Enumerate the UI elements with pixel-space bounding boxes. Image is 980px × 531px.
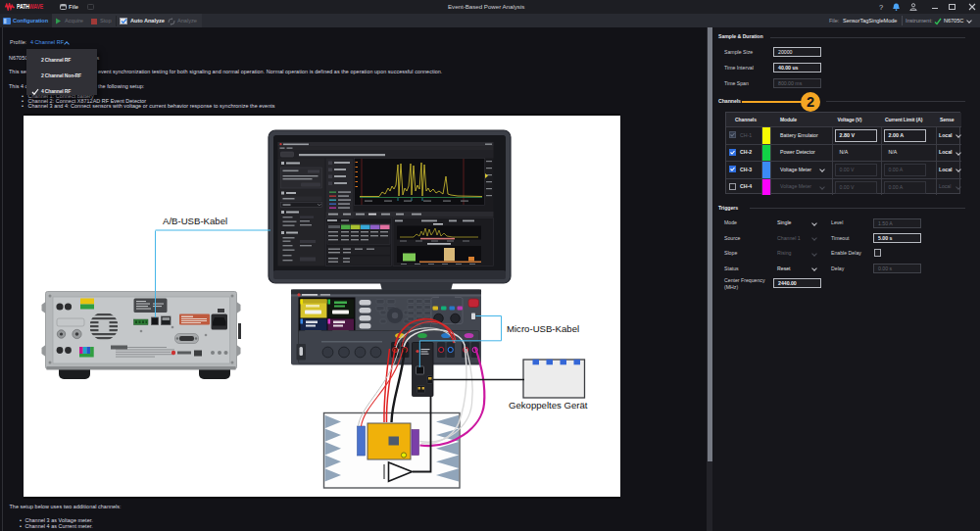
svg-text:Micro-USB-Kabel: Micro-USB-Kabel [507,323,579,334]
svg-text:A/B-USB-Kabel: A/B-USB-Kabel [163,216,227,226]
svg-text:Gekoppeltes Gerät: Gekoppeltes Gerät [509,400,588,410]
